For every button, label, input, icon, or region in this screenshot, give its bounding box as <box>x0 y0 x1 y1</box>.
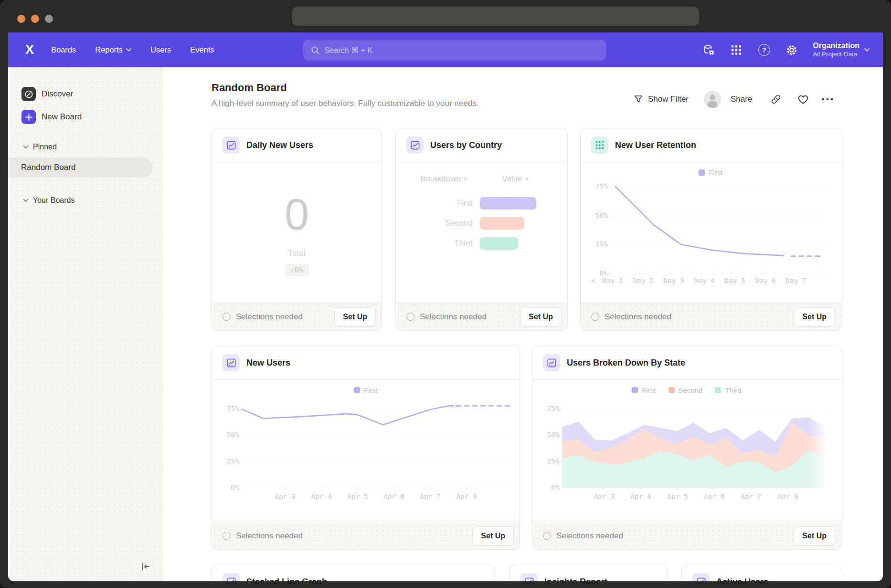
status-radio-icon <box>406 313 414 321</box>
set-up-button[interactable]: Set Up <box>334 307 376 326</box>
insights-chart-icon <box>223 573 240 581</box>
caret-down-icon: ▾ <box>464 176 467 182</box>
apps-grid-icon[interactable] <box>730 43 743 57</box>
breakdown-dropdown[interactable]: Breakdown ▾ <box>410 174 477 184</box>
card-insights-report: Insights Report <box>509 565 668 581</box>
bar-second <box>480 217 524 230</box>
help-icon[interactable]: ? <box>757 43 771 57</box>
bar-first <box>480 197 536 210</box>
card-new-users: New Users First 75% 50% 25% 0% Apr 3 Apr… <box>212 346 520 550</box>
divider <box>581 162 841 162</box>
status-text: Selections needed <box>556 531 794 541</box>
card-stacked-line-graph: Stacked Line Graph <box>212 565 496 581</box>
card-header: Users Broken Down By State <box>532 346 841 379</box>
collapse-left-icon <box>140 561 151 572</box>
board-main: Random Board A high-level summary of use… <box>163 67 883 581</box>
org-project: All Project Data <box>813 51 859 59</box>
favorite-button[interactable] <box>797 90 809 108</box>
mixpanel-logo[interactable]: X <box>25 32 33 67</box>
set-up-button[interactable]: Set Up <box>520 307 562 326</box>
copy-link-button[interactable] <box>771 90 781 108</box>
card-header: Daily New Users <box>212 128 382 162</box>
set-up-button[interactable]: Set Up <box>794 526 835 546</box>
chevron-down-icon <box>864 48 870 52</box>
status-radio-icon <box>591 313 599 321</box>
legend-swatch <box>668 387 675 393</box>
card-users-by-country: Users by Country Breakdown ▾ Value ▾ Fir… <box>395 128 568 331</box>
org-name: Organization <box>813 41 859 51</box>
status-text: Selections needed <box>236 531 472 541</box>
browser-window: X Boards Reports Users Events Search ⌘ +… <box>0 0 891 588</box>
retention-dots-icon <box>591 136 608 154</box>
nav-item-users[interactable]: Users <box>150 45 171 54</box>
status-text: Selections needed <box>605 312 794 322</box>
search-placeholder: Search ⌘ + K <box>325 46 372 55</box>
show-filter-button[interactable]: Show Filter <box>634 90 689 108</box>
address-bar[interactable] <box>292 7 699 26</box>
card-header: Users by Country <box>396 128 567 162</box>
search-icon <box>311 46 320 55</box>
sidebar-collapse-button[interactable] <box>139 560 152 573</box>
set-up-button[interactable]: Set Up <box>794 307 835 326</box>
insights-chart-icon <box>223 354 240 371</box>
plus-icon <box>21 110 36 124</box>
sidebar-section-pinned[interactable]: Pinned <box>23 143 57 151</box>
nav-item-boards[interactable]: Boards <box>51 45 76 54</box>
window-close-button[interactable] <box>17 15 25 23</box>
top-navbar: X Boards Reports Users Events Search ⌘ +… <box>8 32 883 67</box>
divider <box>396 162 567 162</box>
sidebar-item-random-board[interactable]: Random Board <box>8 158 153 178</box>
bar-row-third: Third <box>396 237 567 250</box>
page-title: Random Board <box>212 82 287 94</box>
card-header: Active Users <box>682 565 841 581</box>
metric-delta-badge: ↑0% <box>285 264 309 276</box>
state-stacked-area-chart <box>532 394 841 504</box>
more-options-button[interactable] <box>821 90 834 108</box>
window-minimize-button[interactable] <box>31 15 39 23</box>
sidebar-section-your-boards[interactable]: Your Boards <box>23 196 74 205</box>
card-footer: Selections needed Set Up <box>396 303 567 330</box>
org-switcher[interactable]: Organization All Project Data <box>813 41 870 59</box>
axis-prev-chevron[interactable]: < <box>591 277 595 284</box>
caret-down-icon: ▾ <box>526 176 529 182</box>
set-up-button[interactable]: Set Up <box>472 526 514 546</box>
chevron-down-icon <box>23 199 29 202</box>
legend-swatch <box>699 169 705 176</box>
divider <box>532 379 841 380</box>
page-subtitle: A high-level summary of user behaviors. … <box>212 99 478 108</box>
avatar[interactable] <box>704 90 721 108</box>
insights-chart-icon <box>406 136 424 154</box>
card-header: New Users <box>212 346 520 379</box>
status-radio-icon <box>543 532 551 540</box>
share-button[interactable]: Share <box>731 90 752 108</box>
settings-gear-icon[interactable] <box>785 43 798 57</box>
status-radio-icon <box>223 313 231 321</box>
sidebar-item-new-board[interactable]: New Board <box>21 110 82 124</box>
card-new-user-retention: New User Retention First 75% 50% 25% 0% … <box>580 128 841 331</box>
nav-links: Boards Reports Users Events <box>51 32 214 67</box>
nav-item-reports[interactable]: Reports <box>95 45 131 54</box>
chevron-down-icon <box>126 48 131 52</box>
bar-row-second: Second <box>396 217 567 230</box>
insights-chart-icon <box>223 136 240 154</box>
window-zoom-button[interactable] <box>45 15 53 23</box>
card-header: Insights Report <box>510 565 668 581</box>
sidebar-item-discover[interactable]: Discover <box>21 87 73 101</box>
search-input[interactable]: Search ⌘ + K <box>303 40 606 61</box>
filter-funnel-icon <box>634 94 643 104</box>
value-dropdown[interactable]: Value ▾ <box>489 174 541 184</box>
divider <box>212 162 382 162</box>
nav-item-events[interactable]: Events <box>190 45 214 54</box>
new-users-line-chart <box>212 394 520 504</box>
compass-icon <box>21 87 36 101</box>
ellipsis-icon <box>821 97 834 101</box>
legend-swatch <box>632 387 638 393</box>
legend-swatch <box>354 387 360 393</box>
sidebar-divider <box>8 550 163 550</box>
status-text: Selections needed <box>236 312 334 322</box>
data-management-icon[interactable] <box>702 43 715 57</box>
heart-icon <box>797 94 809 105</box>
card-footer: Selections needed Set Up <box>532 522 841 549</box>
sidebar: Discover New Board Pinned Random Board Y… <box>8 67 163 581</box>
link-icon <box>771 94 781 105</box>
